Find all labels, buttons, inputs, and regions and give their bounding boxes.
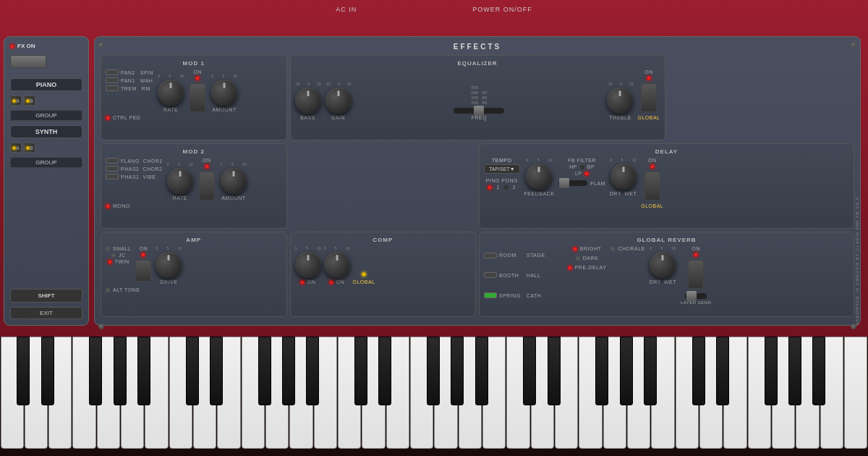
reverb-layer-fader[interactable]	[685, 293, 707, 299]
black-key-21[interactable]	[692, 337, 705, 405]
black-key-17[interactable]	[548, 337, 561, 405]
delay-drywet-knob[interactable]	[610, 164, 637, 190]
group-btn[interactable]: GROUP	[10, 110, 82, 121]
phas1-switch[interactable]	[106, 174, 119, 180]
mod1-rate-label: RATE	[163, 107, 178, 112]
eq-bass-knob[interactable]	[295, 88, 321, 114]
reverb-bright-led	[573, 247, 577, 251]
amp-on-switch[interactable]	[135, 260, 151, 282]
reverb-layer-handle[interactable]	[686, 291, 697, 301]
delay-content: TEMPO TAP/SET▼ PING PONG 1 2	[484, 158, 849, 208]
comp-knob[interactable]	[324, 252, 350, 278]
black-key-11[interactable]	[354, 337, 367, 405]
exit-button[interactable]: EXIT	[10, 307, 82, 319]
black-key-16[interactable]	[523, 337, 536, 405]
piano-b-btn[interactable]: B	[24, 96, 35, 106]
power-label: POWER ON/OFF	[472, 6, 532, 13]
amp-alt-tone-label: ALT TONE	[113, 287, 140, 292]
black-key-13[interactable]	[427, 337, 440, 405]
mod1-on-switch[interactable]	[190, 83, 205, 112]
reverb-drywet-knob[interactable]	[650, 252, 676, 278]
eq-freq-fader[interactable]	[454, 108, 504, 114]
eq-on-switch[interactable]	[641, 83, 657, 112]
fx-on-switch-container	[10, 55, 46, 71]
amp-alt-tone-led	[106, 288, 110, 292]
black-key-15[interactable]	[475, 337, 488, 405]
synth-select[interactable]: SYNTH	[10, 125, 82, 138]
group2-btn[interactable]: GROUP	[10, 157, 82, 168]
black-key-8[interactable]	[258, 337, 271, 405]
black-key-1[interactable]	[17, 337, 30, 405]
white-key-36[interactable]	[844, 337, 867, 449]
mod2-on-switch[interactable]	[199, 172, 215, 200]
black-key-14[interactable]	[451, 337, 464, 405]
piano-a-btn[interactable]: A	[10, 96, 22, 106]
phas2-row: PHAS2 CHOR2	[106, 166, 163, 172]
phas2-switch[interactable]	[106, 166, 119, 172]
mod1-rate-knob[interactable]	[158, 80, 184, 106]
shift-button[interactable]: SHIFT	[10, 289, 82, 303]
flang-switch[interactable]	[106, 158, 119, 164]
eq-title: EQUALIZER	[295, 60, 660, 67]
reverb-booth-switch[interactable]	[484, 272, 497, 278]
amp-drive-knob[interactable]	[156, 252, 182, 278]
delay-feedback-knob[interactable]	[526, 164, 552, 190]
black-key-20[interactable]	[644, 337, 657, 405]
black-key-9[interactable]	[282, 337, 295, 405]
comp-knob-scale: 0510	[324, 246, 350, 250]
trem-switch[interactable]	[106, 85, 119, 91]
delay-flam-handle[interactable]	[559, 178, 569, 188]
black-key-24[interactable]	[788, 337, 801, 405]
delay-flam-fader[interactable]	[558, 180, 587, 186]
reverb-cath-label: CATH	[527, 293, 542, 298]
synth-a-btn[interactable]: A	[10, 143, 22, 153]
pan2-switch[interactable]	[106, 69, 119, 75]
reverb-room-switch[interactable]	[484, 253, 497, 258]
comp-act-knob[interactable]	[295, 252, 321, 278]
black-key-19[interactable]	[620, 337, 633, 405]
black-key-25[interactable]	[812, 337, 825, 405]
comp-act-scale: 0510	[295, 246, 321, 250]
mod1-amount-knob[interactable]	[211, 80, 237, 106]
mod2-amount-knob[interactable]	[221, 168, 247, 194]
amp-content: SMALL JC TWIN ON	[106, 246, 282, 284]
delay-tap-btn[interactable]: TAP/SET▼	[484, 164, 520, 174]
reverb-on-col: ON LAYER SEND	[681, 246, 712, 305]
amp-jc-label: JC	[119, 253, 126, 258]
black-key-4[interactable]	[114, 337, 127, 405]
keyboard: .wk { flex:1; height:155px; background:l…	[0, 337, 868, 456]
reverb-dry-label: DRY	[650, 279, 661, 284]
ping-pong-row: PING PONG	[486, 178, 518, 183]
pan1-switch[interactable]	[106, 77, 119, 83]
reverb-on-switch[interactable]	[688, 260, 704, 289]
mod1-on-label: ON	[193, 69, 202, 75]
mod2-rate-knob[interactable]	[167, 168, 193, 194]
black-key-10[interactable]	[306, 337, 319, 405]
mod2-mono-led	[106, 204, 110, 208]
piano-select[interactable]: PIANO	[10, 78, 82, 91]
black-key-18[interactable]	[595, 337, 608, 405]
mod1-title: MOD 1	[106, 60, 282, 67]
black-key-7[interactable]	[210, 337, 223, 405]
eq-freq-handle[interactable]	[474, 106, 484, 116]
black-key-12[interactable]	[378, 337, 391, 405]
amp-alt-tone-row: ALT TONE	[106, 287, 282, 292]
black-key-22[interactable]	[716, 337, 729, 405]
black-key-2[interactable]	[41, 337, 54, 405]
reverb-spring-switch[interactable]	[484, 292, 497, 298]
eq-gain-knob[interactable]	[326, 88, 352, 114]
eq-treble-knob[interactable]	[607, 88, 633, 114]
black-key-23[interactable]	[765, 337, 778, 405]
comp-on-row: ON	[329, 279, 345, 284]
black-key-5[interactable]	[137, 337, 150, 405]
mod2-amount-scale: 0510	[221, 162, 247, 166]
fx-on-switch[interactable]	[10, 55, 46, 68]
reverb-spring-label: SPRING	[499, 293, 521, 298]
black-key-6[interactable]	[186, 337, 199, 405]
delay-on-col: ON GLOBAL	[641, 158, 663, 208]
synth-b-btn[interactable]: B	[24, 143, 35, 153]
mod2-rate-scale: 0510	[167, 162, 193, 166]
effects-panel: EFFECTS MOD 1 PAN2 SPIN PAN1	[94, 36, 861, 326]
black-key-3[interactable]	[89, 337, 102, 405]
delay-on-switch[interactable]	[644, 172, 660, 200]
